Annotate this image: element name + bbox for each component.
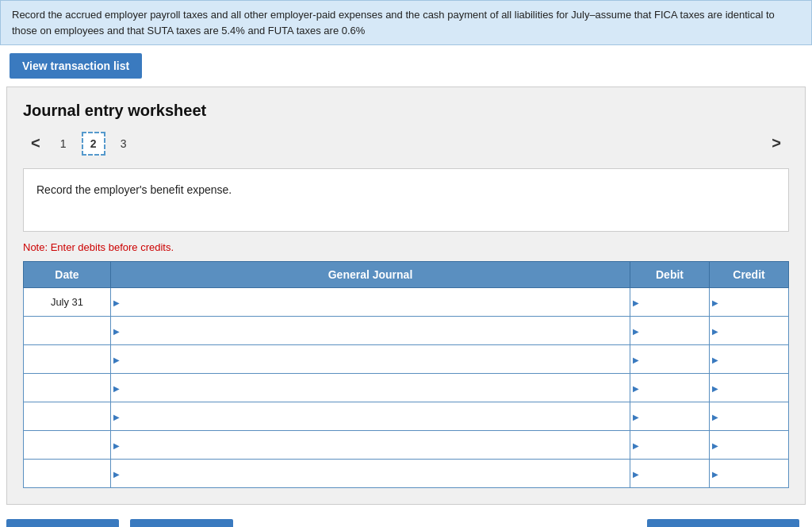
general-journal-cell[interactable]: ▶	[111, 345, 630, 374]
view-transaction-button[interactable]: View transaction list	[10, 53, 142, 79]
view-general-journal-button[interactable]: View general journal	[647, 519, 799, 527]
arrow-icon: ▶	[712, 383, 718, 392]
credit-cell[interactable]: ▶	[710, 460, 789, 488]
arrow-icon: ▶	[712, 298, 718, 306]
col-header-debit: Debit	[630, 262, 710, 288]
instruction-box-text: Record the employer's benefit expense.	[36, 183, 232, 196]
arrow-icon: ▶	[633, 383, 639, 392]
table-row: ▶▶▶	[24, 345, 789, 374]
debit-cell[interactable]: ▶	[630, 374, 710, 402]
arrow-icon: ▶	[113, 440, 120, 449]
debit-input[interactable]	[643, 404, 704, 429]
general-journal-cell[interactable]: ▶	[111, 402, 630, 431]
credit-input[interactable]	[722, 375, 783, 400]
instruction-text: Record the accrued employer payroll taxe…	[12, 9, 775, 37]
page-1[interactable]: 1	[52, 132, 75, 156]
arrow-icon: ▶	[113, 326, 120, 335]
table-row: ▶▶▶	[24, 402, 789, 431]
page-2[interactable]: 2	[82, 132, 105, 156]
date-cell	[24, 345, 111, 374]
general-journal-cell[interactable]: ▶	[111, 460, 630, 488]
arrow-icon: ▶	[712, 326, 718, 335]
date-cell	[24, 460, 111, 488]
credit-input[interactable]	[722, 318, 783, 343]
note-text: Note: Enter debits before credits.	[23, 241, 789, 253]
nav-next-button[interactable]: >	[764, 131, 789, 156]
debit-input[interactable]	[643, 290, 704, 314]
arrow-icon: ▶	[712, 440, 718, 449]
col-header-date: Date	[24, 262, 111, 288]
debit-input[interactable]	[643, 347, 704, 371]
debit-cell[interactable]: ▶	[630, 460, 710, 488]
table-row: ▶▶▶	[24, 374, 789, 402]
debit-cell[interactable]: ▶	[630, 431, 710, 460]
general-journal-cell[interactable]: ▶	[111, 288, 630, 317]
credit-input[interactable]	[722, 461, 783, 486]
general-journal-input[interactable]	[124, 318, 625, 343]
general-journal-input[interactable]	[124, 290, 625, 314]
credit-cell[interactable]: ▶	[710, 317, 789, 345]
date-cell: July 31	[24, 288, 111, 317]
general-journal-input[interactable]	[124, 375, 625, 400]
clear-entry-button[interactable]: Clear entry	[130, 519, 232, 527]
instruction-box: Record the employer's benefit expense.	[23, 168, 789, 232]
instruction-banner: Record the accrued employer payroll taxe…	[0, 0, 812, 45]
credit-cell[interactable]: ▶	[710, 374, 789, 402]
arrow-icon: ▶	[633, 469, 639, 478]
record-entry-button[interactable]: Record entry	[6, 519, 119, 527]
arrow-icon: ▶	[113, 383, 120, 392]
general-journal-cell[interactable]: ▶	[111, 374, 630, 402]
col-header-credit: Credit	[710, 262, 789, 288]
credit-input[interactable]	[722, 290, 783, 314]
arrow-icon: ▶	[633, 326, 639, 335]
arrow-icon: ▶	[633, 440, 639, 449]
worksheet-title: Journal entry worksheet	[23, 102, 789, 120]
general-journal-input[interactable]	[124, 433, 625, 457]
general-journal-cell[interactable]: ▶	[111, 431, 630, 460]
debit-input[interactable]	[643, 318, 704, 343]
page-3[interactable]: 3	[112, 132, 136, 156]
arrow-icon: ▶	[113, 298, 120, 306]
credit-cell[interactable]: ▶	[710, 431, 789, 460]
nav-row: < 1 2 3 >	[23, 131, 789, 156]
debit-cell[interactable]: ▶	[630, 402, 710, 431]
credit-input[interactable]	[722, 404, 783, 429]
table-row: ▶▶▶	[24, 317, 789, 345]
debit-cell[interactable]: ▶	[630, 288, 710, 317]
arrow-icon: ▶	[113, 355, 120, 364]
credit-input[interactable]	[722, 433, 783, 457]
date-cell	[24, 317, 111, 345]
debit-input[interactable]	[643, 375, 704, 400]
credit-cell[interactable]: ▶	[710, 402, 789, 431]
arrow-icon: ▶	[712, 355, 718, 364]
arrow-icon: ▶	[633, 298, 639, 306]
bottom-buttons: Record entry Clear entry View general jo…	[0, 511, 812, 527]
credit-input[interactable]	[722, 347, 783, 371]
arrow-icon: ▶	[633, 355, 639, 364]
general-journal-input[interactable]	[124, 404, 625, 429]
general-journal-input[interactable]	[124, 461, 625, 486]
table-row: ▶▶▶	[24, 460, 789, 488]
table-row: July 31▶▶▶	[24, 288, 789, 317]
general-journal-input[interactable]	[124, 347, 625, 371]
arrow-icon: ▶	[113, 412, 120, 421]
worksheet-container: Journal entry worksheet < 1 2 3 > Record…	[6, 87, 806, 505]
debit-cell[interactable]: ▶	[630, 317, 710, 345]
credit-cell[interactable]: ▶	[710, 288, 789, 317]
arrow-icon: ▶	[712, 412, 718, 421]
col-header-general: General Journal	[111, 262, 630, 288]
journal-table: Date General Journal Debit Credit July 3…	[23, 261, 789, 488]
credit-cell[interactable]: ▶	[710, 345, 789, 374]
table-row: ▶▶▶	[24, 431, 789, 460]
debit-input[interactable]	[643, 461, 704, 486]
arrow-icon: ▶	[633, 412, 639, 421]
date-cell	[24, 431, 111, 460]
nav-prev-button[interactable]: <	[23, 131, 48, 156]
date-cell	[24, 402, 111, 431]
debit-input[interactable]	[643, 433, 704, 457]
general-journal-cell[interactable]: ▶	[111, 317, 630, 345]
debit-cell[interactable]: ▶	[630, 345, 710, 374]
arrow-icon: ▶	[113, 469, 120, 478]
arrow-icon: ▶	[712, 469, 718, 478]
date-cell	[24, 374, 111, 402]
